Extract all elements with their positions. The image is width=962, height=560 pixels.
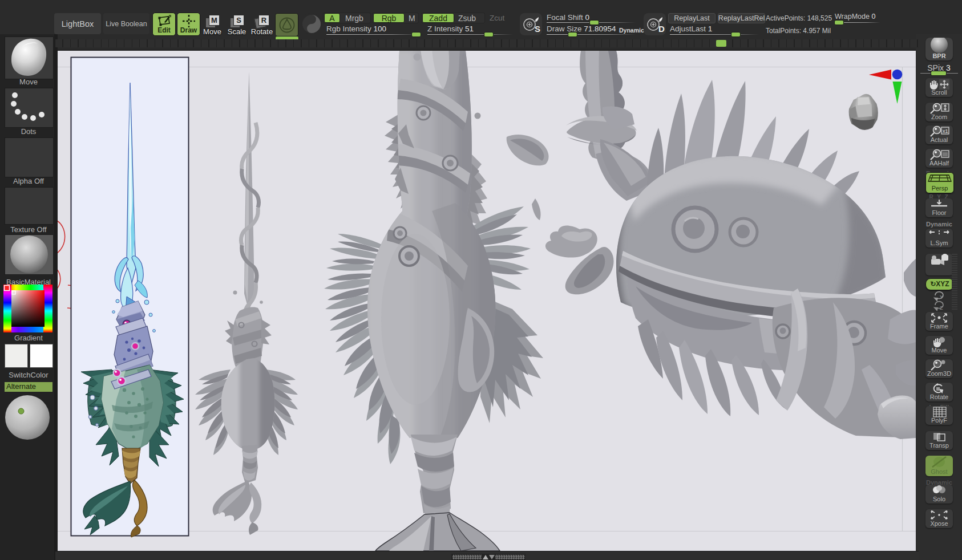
svg-text:Z: Z <box>940 305 943 311</box>
svg-text:Y: Y <box>940 294 943 300</box>
svg-text:S: S <box>535 24 540 34</box>
svg-text:D: D <box>658 24 665 34</box>
svg-text:x1: x1 <box>943 128 948 134</box>
